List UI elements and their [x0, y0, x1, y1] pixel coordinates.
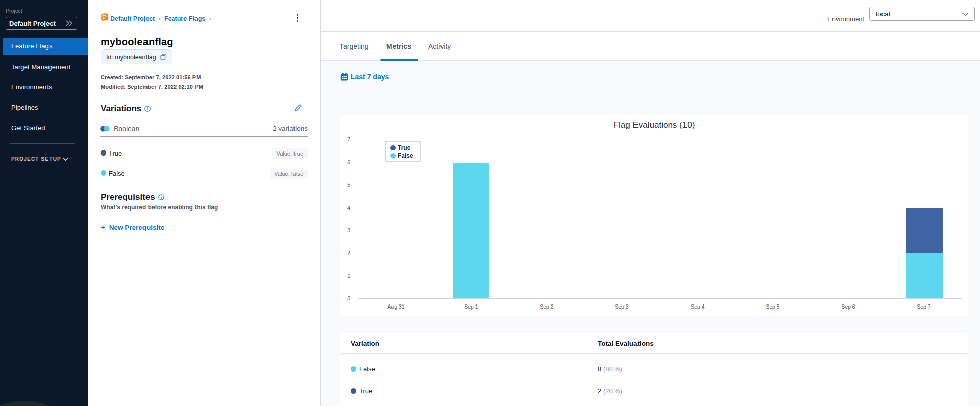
- svg-text:Sep 6: Sep 6: [841, 303, 855, 310]
- svg-text:2: 2: [347, 250, 350, 256]
- svg-text:Sep 4: Sep 4: [691, 303, 705, 310]
- svg-text:Sep 3: Sep 3: [615, 303, 629, 310]
- svg-text:Sep 1: Sep 1: [464, 303, 478, 310]
- svg-text:Sep 7: Sep 7: [917, 303, 931, 310]
- svg-text:Aug 31: Aug 31: [387, 303, 404, 310]
- svg-text:7: 7: [347, 136, 350, 142]
- svg-text:True: True: [398, 144, 411, 151]
- svg-text:4: 4: [347, 205, 350, 211]
- svg-text:Flag Evaluations (10): Flag Evaluations (10): [614, 120, 695, 130]
- svg-text:3: 3: [347, 227, 350, 233]
- svg-text:1: 1: [347, 273, 350, 279]
- svg-text:Sep 2: Sep 2: [540, 303, 554, 310]
- svg-text:5: 5: [347, 182, 350, 188]
- svg-text:False: False: [398, 152, 413, 159]
- svg-text:Sep 5: Sep 5: [766, 303, 780, 310]
- svg-text:0: 0: [347, 295, 350, 301]
- svg-text:6: 6: [347, 159, 350, 165]
